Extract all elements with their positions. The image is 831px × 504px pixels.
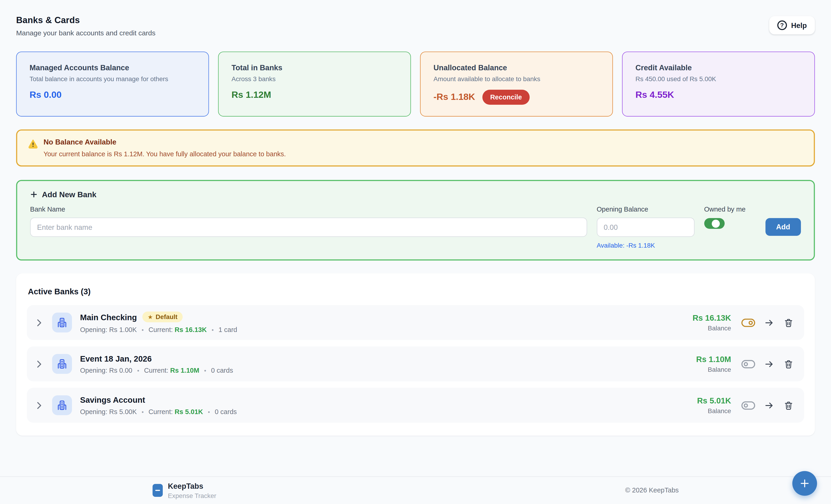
add-bank-button[interactable]: Add bbox=[765, 218, 801, 236]
chevron-right-icon[interactable] bbox=[33, 358, 45, 370]
copyright: © 2026 KeepTabs bbox=[625, 487, 679, 494]
trash-icon[interactable] bbox=[784, 318, 794, 327]
alert-message: Your current balance is Rs 1.12M. You ha… bbox=[44, 150, 286, 158]
default-badge: ★ Default bbox=[142, 312, 183, 322]
balance-value: Rs 1.10M bbox=[696, 354, 731, 363]
arrow-right-icon[interactable] bbox=[764, 400, 775, 411]
active-banks-title: Active Banks (3) bbox=[28, 287, 804, 296]
credit-available-card: Credit Available Rs 450.00 used of Rs 5.… bbox=[622, 52, 815, 117]
page-title: Banks & Cards bbox=[16, 15, 815, 25]
toggle-knob bbox=[712, 219, 720, 228]
dot-separator: • bbox=[204, 367, 206, 374]
bank-name: Savings Account bbox=[80, 395, 145, 404]
card-subtitle: Amount available to allocate to banks bbox=[433, 75, 600, 83]
app-name: KeepTabs bbox=[168, 481, 216, 490]
arrow-right-icon[interactable] bbox=[764, 317, 775, 328]
add-bank-title: Add New Bank bbox=[42, 190, 96, 199]
opening-info: Opening: Rs 1.00K bbox=[80, 326, 137, 334]
managed-accounts-balance-card: Managed Accounts Balance Total balance i… bbox=[16, 52, 209, 117]
opening-balance-label: Opening Balance bbox=[597, 206, 695, 213]
alert-title: No Balance Available bbox=[44, 138, 286, 146]
bank-row: Savings Account Opening: Rs 5.00K • Curr… bbox=[27, 388, 804, 423]
card-value: -Rs 1.18K bbox=[433, 92, 475, 102]
cards-count: 0 cards bbox=[211, 367, 233, 374]
bank-name-label: Bank Name bbox=[30, 206, 587, 213]
bank-row: Event 18 Jan, 2026 Opening: Rs 0.00 • Cu… bbox=[27, 346, 804, 381]
page-header: Banks & Cards Manage your bank accounts … bbox=[16, 15, 815, 37]
card-value: Rs 0.00 bbox=[30, 90, 196, 100]
bank-icon bbox=[52, 395, 72, 415]
summary-cards-row: Managed Accounts Balance Total balance i… bbox=[16, 52, 815, 117]
dot-separator: • bbox=[137, 367, 139, 374]
card-subtitle: Total balance in accounts you manage for… bbox=[30, 75, 196, 83]
card-subtitle: Rs 450.00 used of Rs 5.00K bbox=[635, 75, 801, 83]
app-tagline: Expense Tracker bbox=[168, 492, 216, 499]
current-info: Current: Rs 5.01K bbox=[148, 408, 203, 415]
bank-icon bbox=[52, 313, 72, 332]
balance-label: Balance bbox=[708, 407, 731, 415]
current-info: Current: Rs 16.13K bbox=[148, 326, 207, 334]
opening-info: Opening: Rs 0.00 bbox=[80, 367, 132, 374]
add-fab[interactable] bbox=[793, 471, 817, 496]
card-title: Credit Available bbox=[635, 63, 801, 72]
trash-icon[interactable] bbox=[784, 359, 794, 369]
total-in-banks-card: Total in Banks Across 3 banks Rs 1.12M bbox=[218, 52, 411, 117]
unallocated-balance-card: Unallocated Balance Amount available to … bbox=[420, 52, 613, 117]
star-icon: ★ bbox=[148, 314, 153, 320]
add-new-bank-panel: Add New Bank Bank Name Opening Balance A… bbox=[16, 180, 815, 260]
card-title: Managed Accounts Balance bbox=[30, 63, 196, 72]
toggle-left-icon[interactable] bbox=[741, 359, 755, 368]
chevron-right-icon[interactable] bbox=[33, 399, 45, 411]
owned-by-me-label: Owned by me bbox=[704, 206, 755, 213]
dot-separator: • bbox=[208, 409, 210, 415]
help-button[interactable]: ? Help bbox=[769, 16, 815, 34]
toggle-right-icon[interactable] bbox=[741, 318, 755, 327]
dot-separator: • bbox=[142, 409, 144, 415]
dot-separator: • bbox=[142, 327, 144, 333]
cards-count: 0 cards bbox=[215, 408, 237, 415]
page-subtitle: Manage your bank accounts and credit car… bbox=[16, 29, 815, 37]
card-title: Unallocated Balance bbox=[433, 63, 600, 72]
question-icon: ? bbox=[777, 20, 787, 30]
trash-icon[interactable] bbox=[784, 401, 794, 410]
dot-separator: • bbox=[211, 327, 213, 333]
opening-balance-input[interactable] bbox=[597, 217, 695, 237]
help-label: Help bbox=[791, 21, 807, 29]
bank-name: Main Checking bbox=[80, 312, 137, 321]
no-balance-alert: No Balance Available Your current balanc… bbox=[16, 129, 815, 167]
warning-icon bbox=[28, 139, 38, 149]
default-badge-label: Default bbox=[155, 313, 177, 321]
toggle-left-icon[interactable] bbox=[741, 401, 755, 410]
balance-label: Balance bbox=[708, 366, 731, 374]
opening-info: Opening: Rs 5.00K bbox=[80, 408, 137, 415]
bank-name: Event 18 Jan, 2026 bbox=[80, 354, 152, 363]
owned-by-me-toggle[interactable] bbox=[704, 218, 724, 229]
balance-value: Rs 16.13K bbox=[692, 313, 731, 322]
bank-row: Main Checking ★ Default Opening: Rs 1.00… bbox=[27, 305, 804, 340]
current-info: Current: Rs 1.10M bbox=[144, 367, 199, 374]
cards-count: 1 card bbox=[219, 326, 237, 334]
banks-and-cards-page: Banks & Cards Manage your bank accounts … bbox=[0, 0, 831, 504]
balance-label: Balance bbox=[708, 324, 731, 332]
card-subtitle: Across 3 banks bbox=[231, 75, 398, 83]
reconcile-button[interactable]: Reconcile bbox=[483, 90, 529, 105]
available-note: Available: -Rs 1.18K bbox=[597, 242, 695, 249]
card-title: Total in Banks bbox=[231, 63, 398, 72]
chevron-right-icon[interactable] bbox=[33, 317, 45, 328]
plus-icon bbox=[799, 477, 811, 489]
card-value: Rs 4.55K bbox=[635, 90, 801, 100]
bank-name-input[interactable] bbox=[30, 217, 587, 237]
footer: KeepTabs Expense Tracker © 2026 KeepTabs bbox=[0, 476, 831, 504]
app-logo-icon bbox=[152, 484, 163, 497]
arrow-right-icon[interactable] bbox=[764, 359, 775, 369]
bank-icon bbox=[52, 354, 72, 374]
balance-value: Rs 5.01K bbox=[697, 396, 731, 405]
active-banks-card: Active Banks (3) Main Checking bbox=[16, 273, 815, 436]
plus-icon bbox=[30, 191, 38, 198]
card-value: Rs 1.12M bbox=[231, 90, 398, 100]
